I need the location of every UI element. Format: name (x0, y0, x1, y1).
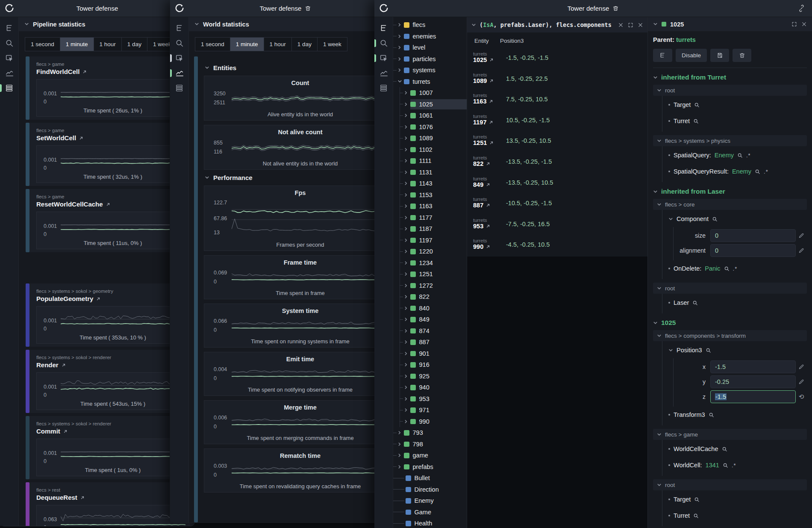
component-value-link[interactable]: Panic (705, 265, 720, 272)
tree-item-1143[interactable]: 1143 (393, 178, 467, 189)
component-item-Turret[interactable]: Turret (668, 113, 807, 129)
range-tab-1-day[interactable]: 1 day (122, 38, 147, 51)
card-title[interactable]: SetWorldCell (36, 134, 189, 142)
tree-item-940[interactable]: 940 (393, 382, 467, 393)
chevron-right-icon[interactable] (403, 329, 409, 333)
row-entity-id[interactable]: 1197 (473, 119, 500, 126)
expand-icon[interactable] (628, 22, 633, 28)
tree-item-1102[interactable]: 1102 (393, 144, 467, 156)
search-icon[interactable] (694, 497, 700, 502)
undo-icon[interactable]: ⟲ (796, 393, 807, 401)
external-link-icon[interactable] (485, 203, 491, 208)
row-entity-id[interactable]: 1089 (473, 77, 500, 84)
external-link-icon[interactable] (79, 136, 84, 141)
range-tab-1-hour[interactable]: 1 hour (94, 38, 121, 51)
world-statistics-header[interactable]: World statistics (189, 17, 401, 31)
disable-button[interactable]: Disable (676, 49, 707, 62)
clear-query-icon[interactable] (618, 22, 624, 28)
chevron-right-icon[interactable] (403, 272, 409, 276)
query-row-1197[interactable]: turrets 1197 10.5, -0.25, -1.5 (467, 111, 647, 132)
tree-item-840[interactable]: 840 (393, 303, 467, 314)
module-path-bar[interactable]: root (653, 479, 807, 490)
tree-item-Enemy[interactable]: Enemy (393, 495, 467, 507)
chevron-right-icon[interactable] (403, 204, 409, 208)
external-link-icon[interactable] (485, 244, 491, 249)
inspector-section-inherited-from-Laser[interactable]: inherited from Laser (653, 188, 807, 195)
card-title[interactable]: PopulateGeometry (36, 295, 189, 302)
tree-item-Health[interactable]: Health (393, 518, 467, 528)
tree-view-button[interactable] (653, 49, 672, 62)
external-link-icon[interactable] (489, 57, 494, 62)
chart-view-icon[interactable] (379, 68, 389, 78)
component-item-SpatialQuery[interactable]: SpatialQuery:Enemy.* (668, 147, 807, 163)
query-row-822[interactable]: turrets 822 -13.5, -0.25, -1.5 (467, 153, 647, 174)
tree-view-icon[interactable] (174, 23, 185, 33)
field-input-y[interactable]: -0.25 (710, 375, 796, 388)
link-icon[interactable] (798, 5, 805, 12)
tree-item-901[interactable]: 901 (393, 348, 467, 360)
external-link-icon[interactable] (489, 140, 494, 145)
card-title[interactable]: FindWorldCell (36, 68, 189, 75)
field-input-x[interactable]: -1.5 (710, 360, 796, 373)
chevron-right-icon[interactable] (403, 306, 409, 310)
row-entity-id[interactable]: 1025 (473, 56, 500, 63)
chevron-right-icon[interactable] (403, 351, 409, 356)
search-icon[interactable] (755, 169, 760, 174)
search-icon[interactable] (693, 513, 699, 519)
chevron-right-icon[interactable] (397, 23, 403, 27)
inspector-section-inherited-from-Turret[interactable]: inherited from Turret (653, 74, 807, 81)
chevron-right-icon[interactable] (397, 45, 403, 50)
tree-item-1177[interactable]: 1177 (393, 212, 467, 224)
section-header-Performance[interactable]: Performance (205, 174, 397, 181)
external-link-icon[interactable] (82, 69, 87, 74)
external-link-icon[interactable] (106, 202, 111, 207)
chevron-right-icon[interactable] (403, 238, 409, 242)
component-item-Target[interactable]: Target (668, 97, 807, 113)
tree-item-enemies[interactable]: enemies (393, 31, 467, 42)
close-inspector-icon[interactable] (801, 21, 807, 27)
component-value-link[interactable]: Enemy (715, 152, 734, 159)
trash-icon[interactable] (305, 5, 311, 12)
pipeline-statistics-header[interactable]: Pipeline statistics (19, 17, 194, 31)
tree-item-Bullet[interactable]: Bullet (393, 472, 467, 484)
tree-item-flecs[interactable]: flecs (393, 19, 467, 31)
chevron-right-icon[interactable] (403, 408, 409, 412)
search-icon[interactable] (379, 38, 389, 48)
tree-view-icon[interactable] (379, 23, 389, 33)
pair-icon[interactable]: .* (733, 265, 738, 272)
component-value-link[interactable]: Enemy (732, 168, 751, 175)
tree-item-1007[interactable]: 1007 (393, 87, 467, 99)
query-view-icon[interactable] (379, 53, 389, 63)
card-title[interactable]: Commit (36, 428, 189, 435)
chevron-right-icon[interactable] (397, 34, 403, 38)
external-link-icon[interactable] (63, 429, 68, 434)
external-link-icon[interactable] (488, 120, 494, 125)
pencil-icon[interactable] (796, 379, 807, 385)
module-path-bar[interactable]: root (653, 85, 807, 96)
chevron-right-icon[interactable] (403, 317, 409, 322)
search-icon[interactable] (722, 446, 727, 452)
pair-icon[interactable]: .* (732, 462, 736, 469)
tree-item-1131[interactable]: 1131 (393, 167, 467, 178)
range-tab-1-minute[interactable]: 1 minute (230, 38, 264, 51)
chart-view-icon[interactable] (4, 68, 15, 78)
tree-item-1234[interactable]: 1234 (393, 257, 467, 269)
row-entity-id[interactable]: 1251 (473, 139, 500, 146)
chevron-right-icon[interactable] (403, 385, 409, 389)
trash-icon[interactable] (612, 5, 619, 12)
row-entity-id[interactable]: 953 (473, 223, 500, 230)
tree-item-916[interactable]: 916 (393, 359, 467, 371)
chevron-right-icon[interactable] (397, 465, 403, 469)
range-tab-1-hour[interactable]: 1 hour (264, 38, 291, 51)
tree-item-1076[interactable]: 1076 (393, 121, 467, 133)
pair-icon[interactable]: .* (746, 152, 751, 159)
query-view-icon[interactable] (174, 53, 185, 63)
tree-item-925[interactable]: 925 (393, 371, 467, 382)
query-view-icon[interactable] (4, 53, 15, 63)
range-tab-1-second[interactable]: 1 second (25, 38, 60, 51)
chevron-right-icon[interactable] (397, 68, 403, 72)
pencil-icon[interactable] (796, 248, 807, 254)
component-item-OnDelete[interactable]: OnDelete:Panic.* (668, 260, 807, 277)
module-path-bar[interactable]: flecs > components > transform (653, 330, 807, 341)
tree-item-1220[interactable]: 1220 (393, 246, 467, 257)
